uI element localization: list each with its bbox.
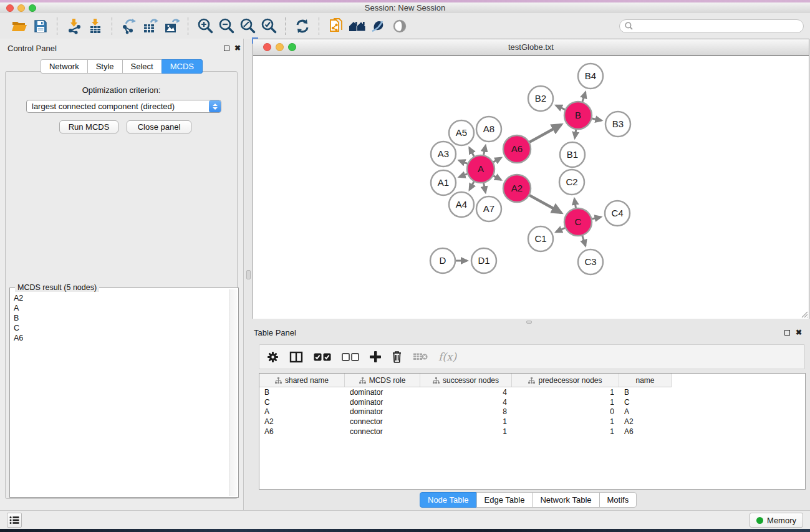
- zoom-in-button[interactable]: [195, 16, 216, 37]
- tab-style[interactable]: Style: [87, 59, 123, 74]
- node-A8[interactable]: A8: [476, 117, 501, 142]
- column-header-predecessor-nodes[interactable]: predecessor nodes: [512, 374, 619, 387]
- table-row[interactable]: Cdominator41C: [259, 397, 805, 407]
- edge-A-A8[interactable]: [484, 145, 486, 155]
- edge-A-A6[interactable]: [493, 158, 501, 162]
- search-input[interactable]: [636, 21, 798, 31]
- edge-B-B1[interactable]: [575, 130, 576, 138]
- deselect-all-button[interactable]: [342, 347, 359, 366]
- table-row[interactable]: Adominator80A: [259, 407, 805, 417]
- edge-A-A2[interactable]: [493, 176, 501, 180]
- network-view-window[interactable]: testGlobe.txt B4B2BB3A8A5A6A3B1AC2A1A2A4…: [253, 39, 809, 319]
- node-A3[interactable]: A3: [431, 142, 456, 167]
- node-C2[interactable]: C2: [559, 170, 584, 195]
- edge-C-C2[interactable]: [574, 199, 576, 208]
- delete-column-button[interactable]: [392, 347, 402, 366]
- tab-motifs[interactable]: Motifs: [599, 492, 637, 508]
- edge-C-C3[interactable]: [582, 236, 586, 246]
- node-B3[interactable]: B3: [605, 112, 630, 137]
- node-B1[interactable]: B1: [560, 142, 585, 167]
- mcds-result-item[interactable]: C: [14, 323, 225, 333]
- edge-B-B2[interactable]: [556, 105, 565, 109]
- task-history-button[interactable]: [7, 513, 22, 528]
- node-A4[interactable]: A4: [449, 192, 474, 217]
- close-panel-icon[interactable]: ✖: [234, 45, 241, 51]
- search-field[interactable]: [619, 19, 804, 33]
- run-mcds-button[interactable]: Run MCDS: [59, 120, 118, 133]
- edge-A-A4[interactable]: [470, 181, 474, 190]
- network-snapshot-button[interactable]: [325, 16, 347, 37]
- mcds-result-item[interactable]: B: [14, 313, 225, 323]
- zoom-fit-button[interactable]: [237, 16, 258, 37]
- edge-C-C4[interactable]: [592, 217, 600, 219]
- tab-node-table[interactable]: Node Table: [420, 492, 477, 508]
- memory-button[interactable]: Memory: [750, 513, 803, 528]
- node-A5[interactable]: A5: [449, 120, 474, 145]
- tab-select[interactable]: Select: [122, 59, 162, 74]
- tab-network[interactable]: Network: [41, 59, 88, 74]
- mcds-result-item[interactable]: A6: [14, 333, 225, 343]
- node-B4[interactable]: B4: [578, 64, 603, 89]
- mcds-result-item[interactable]: A2: [14, 293, 225, 303]
- node-A6[interactable]: A6: [503, 135, 531, 163]
- edge-B-B3[interactable]: [592, 118, 601, 120]
- edge-A-A7[interactable]: [484, 183, 486, 193]
- hide-graphics-details-button[interactable]: [368, 16, 389, 37]
- zoom-out-button[interactable]: [216, 16, 237, 37]
- node-D[interactable]: D: [430, 248, 455, 273]
- table-options-gear-button[interactable]: [267, 347, 279, 366]
- edge-A6-B[interactable]: [529, 125, 561, 142]
- optimization-dropdown[interactable]: largest connected component (directed): [26, 100, 221, 113]
- tab-network-table[interactable]: Network Table: [532, 492, 599, 508]
- edge-B-B4[interactable]: [582, 92, 586, 102]
- open-session-button[interactable]: [9, 16, 30, 37]
- node-C1[interactable]: C1: [528, 226, 553, 251]
- float-panel-icon[interactable]: [224, 46, 229, 51]
- node-D1[interactable]: D1: [471, 248, 496, 273]
- tab-edge-table[interactable]: Edge Table: [476, 492, 533, 508]
- mcds-scrollbar[interactable]: [229, 289, 237, 496]
- home-overview-button[interactable]: [347, 16, 368, 37]
- add-column-button[interactable]: [370, 347, 381, 366]
- node-C4[interactable]: C4: [605, 201, 630, 226]
- edge-A-A3[interactable]: [459, 160, 468, 163]
- edge-A-A5[interactable]: [470, 148, 474, 157]
- tab-mcds[interactable]: MCDS: [162, 59, 203, 74]
- table-row[interactable]: A2connector11A2: [259, 417, 805, 427]
- panel-splitter-handle[interactable]: [246, 270, 251, 279]
- select-all-button[interactable]: [314, 347, 331, 366]
- table-row[interactable]: Bdominator41B: [259, 387, 805, 397]
- window-titlebar[interactable]: Session: New Session: [0, 2, 810, 14]
- edge-A2-C[interactable]: [529, 195, 561, 213]
- delete-table-button[interactable]: [413, 347, 428, 366]
- node-A7[interactable]: A7: [476, 196, 501, 221]
- node-A2[interactable]: A2: [503, 175, 531, 202]
- node-B2[interactable]: B2: [528, 86, 553, 111]
- function-builder-button[interactable]: f(x): [438, 347, 456, 366]
- mcds-result-item[interactable]: A: [14, 303, 225, 313]
- float-table-panel-icon[interactable]: [784, 330, 790, 336]
- close-panel-button[interactable]: Close panel: [127, 120, 191, 133]
- import-network-button[interactable]: [64, 16, 85, 37]
- node-C3[interactable]: C3: [578, 249, 603, 274]
- node-A1[interactable]: A1: [431, 170, 456, 195]
- export-network-button[interactable]: [118, 16, 140, 37]
- column-header-shared-name[interactable]: shared name: [259, 374, 345, 387]
- resize-grip-icon[interactable]: [801, 311, 808, 318]
- refresh-layout-button[interactable]: [292, 16, 313, 37]
- network-canvas[interactable]: B4B2BB3A8A5A6A3B1AC2A1A2A4A7C4CC1DD1C3: [253, 56, 809, 319]
- show-column-button[interactable]: [289, 347, 303, 366]
- edge-C-C1[interactable]: [556, 228, 565, 231]
- export-table-button[interactable]: [140, 16, 161, 37]
- column-header-name[interactable]: name: [619, 374, 672, 387]
- save-session-button[interactable]: [30, 16, 51, 37]
- export-image-button[interactable]: [161, 16, 182, 37]
- close-table-panel-icon[interactable]: ✖: [796, 329, 802, 336]
- table-row[interactable]: A6connector11A6: [259, 427, 805, 437]
- node-B[interactable]: B: [564, 102, 592, 129]
- edge-A-A1[interactable]: [459, 174, 467, 177]
- network-window-titlebar[interactable]: testGlobe.txt: [253, 39, 809, 56]
- zoom-selected-button[interactable]: [258, 16, 279, 37]
- import-table-button[interactable]: [85, 16, 106, 37]
- node-A[interactable]: A: [467, 155, 494, 183]
